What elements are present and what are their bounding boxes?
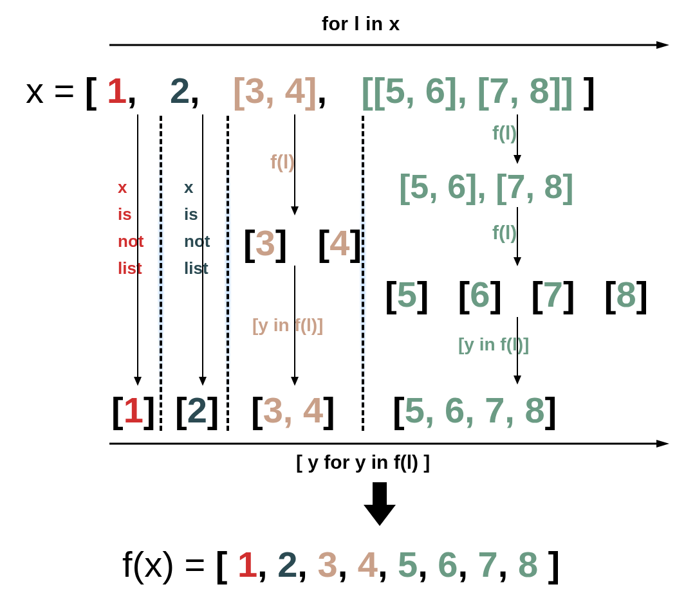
top-arrow [109, 39, 669, 51]
result-34: [3, 4] [251, 389, 335, 431]
svg-marker-7 [291, 206, 299, 215]
input-5678: [[5, 6], [7, 8]] [361, 70, 573, 111]
svg-marker-9 [291, 377, 299, 386]
svg-marker-3 [134, 377, 142, 386]
arrow-34-merge [290, 266, 300, 388]
open-bracket: [ [85, 70, 107, 111]
val-3: 3 [255, 222, 275, 263]
separator-3 [359, 116, 367, 431]
bracket: [ [531, 274, 543, 314]
arrow-34-down [290, 114, 300, 217]
out-3: 3 [317, 544, 337, 584]
out-5: 5 [398, 544, 418, 584]
y-for-y-label: [ y for y in f(l) ] [296, 451, 430, 473]
arrow-5678-merge [512, 317, 523, 386]
bracket: ] [563, 274, 575, 314]
out-1: 1 [237, 544, 257, 584]
val-6: 6 [470, 274, 490, 314]
step-3-4: [3] [4] [243, 222, 362, 264]
bracket: [ [458, 274, 470, 314]
out-2: 2 [277, 544, 297, 584]
bracket: [ [604, 274, 616, 314]
separator-1 [157, 116, 165, 431]
bracket: ] [545, 390, 557, 430]
bracket: ] [323, 390, 335, 430]
comma: , [498, 544, 518, 584]
svg-marker-13 [514, 257, 521, 266]
bracket: ] [144, 390, 156, 430]
output-row: f(x) = [ 1, 2, 3, 4, 5, 6, 7, 8 ] [122, 543, 560, 585]
step-5-6-7-8: [5] [6] [7] [8] [385, 273, 648, 315]
arrow-5678-down1 [512, 114, 523, 166]
comma: , [418, 544, 438, 584]
svg-marker-11 [514, 155, 521, 164]
bracket: [ [385, 274, 397, 314]
step-56-78: [5, 6], [7, 8] [399, 167, 574, 206]
close-bracket: ] [548, 544, 561, 584]
result-5678: [5, 6, 7, 8] [393, 389, 557, 431]
svg-marker-1 [656, 41, 669, 49]
out-7: 7 [478, 544, 498, 584]
y-in-fl-tan-label: [y in f(l)] [252, 315, 323, 336]
open-bracket: [ [216, 544, 237, 584]
bracket: [ [393, 390, 405, 430]
bracket: [ [175, 390, 187, 430]
val-1: 1 [124, 390, 144, 430]
val-4: 4 [329, 222, 349, 263]
svg-marker-17 [656, 440, 669, 448]
bracket: ] [207, 390, 219, 430]
svg-marker-5 [199, 377, 207, 386]
val-5678: 5, 6, 7, 8 [405, 390, 545, 430]
arrow-2-down [198, 114, 208, 388]
comma: , [378, 544, 398, 584]
close-bracket: ] [584, 70, 596, 111]
bracket: [ [243, 222, 255, 263]
svg-marker-19 [364, 505, 396, 526]
bottom-arrow [109, 437, 669, 450]
big-down-arrow-icon [364, 482, 396, 527]
comma: , [257, 544, 277, 584]
comma: , [338, 544, 358, 584]
bracket: ] [349, 222, 362, 263]
x-equals-label: x = [26, 70, 85, 111]
bracket: ] [417, 274, 429, 314]
input-1: 1 [107, 70, 127, 111]
input-2: 2 [170, 70, 190, 111]
out-4: 4 [358, 544, 378, 584]
val-7: 7 [543, 274, 563, 314]
comma: , [190, 70, 210, 111]
fx-equals-label: f(x) = [122, 544, 216, 584]
bracket: ] [636, 274, 649, 314]
comma: , [297, 544, 317, 584]
out-6: 6 [438, 544, 458, 584]
arrow-5678-down2 [512, 207, 523, 268]
comma: , [317, 70, 337, 111]
input-34: [3, 4] [233, 70, 317, 111]
val-2: 2 [187, 390, 207, 430]
svg-rect-18 [373, 482, 387, 507]
separator-2 [224, 116, 232, 431]
bracket: ] [490, 274, 502, 314]
svg-marker-15 [514, 376, 521, 385]
bracket: [ [251, 390, 263, 430]
result-2: [2] [175, 389, 219, 431]
val-5: 5 [397, 274, 417, 314]
input-row: x = [ 1, 2, [3, 4], [[5, 6], [7, 8]] ] [26, 69, 595, 111]
bracket: ] [275, 222, 288, 263]
arrow-1-down [133, 114, 143, 388]
bracket: [ [111, 390, 124, 430]
comma: , [458, 544, 477, 584]
bracket: [ [318, 222, 330, 263]
val-34: 3, 4 [263, 390, 323, 430]
for-loop-label: for l in x [322, 13, 400, 35]
out-8: 8 [518, 544, 538, 584]
result-1: [1] [111, 389, 155, 431]
comma: , [127, 70, 147, 111]
val-8: 8 [616, 274, 636, 314]
